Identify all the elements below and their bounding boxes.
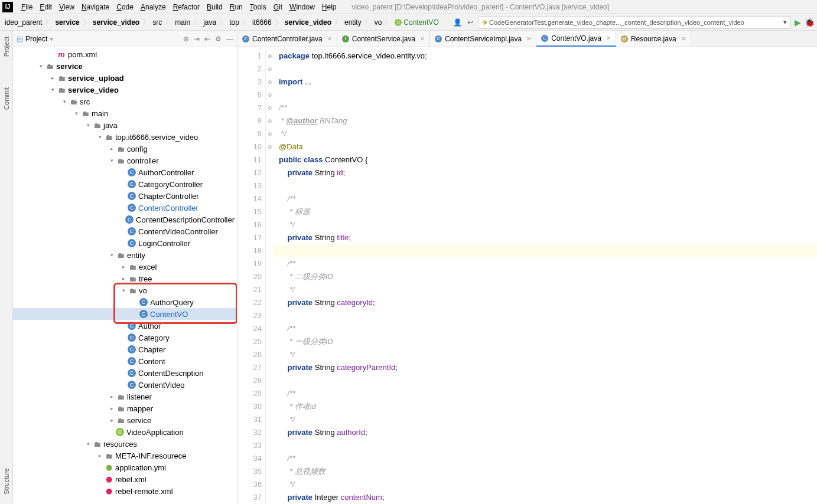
tree-item-src[interactable]: ▾🖿src bbox=[13, 96, 237, 107]
crumb-java[interactable]: java bbox=[201, 18, 219, 27]
collapse-icon[interactable]: ⇥ bbox=[194, 35, 200, 43]
tree-item-VideoApplication[interactable]: CVideoApplication bbox=[13, 426, 237, 438]
tree-item-LoginController[interactable]: CLoginController bbox=[13, 237, 237, 249]
menu-build[interactable]: Build bbox=[203, 3, 226, 11]
tree-item-vo[interactable]: ▾🖿vo bbox=[13, 284, 237, 296]
tree-item-Author[interactable]: CAuthor bbox=[13, 320, 237, 332]
crumb-top[interactable]: top bbox=[227, 18, 242, 27]
crumb-ideo_parent[interactable]: ideo_parent bbox=[2, 18, 44, 27]
tree-item-Content[interactable]: CContent bbox=[13, 355, 237, 367]
close-icon[interactable]: ✕ bbox=[681, 35, 686, 42]
tree-item-application.yml[interactable]: ⬣application.yml bbox=[13, 462, 237, 473]
close-icon[interactable]: ✕ bbox=[526, 35, 531, 42]
app-icon: IJ bbox=[2, 2, 13, 12]
tab-ContentVO.java[interactable]: CContentVO.java✕ bbox=[536, 31, 616, 47]
hide-icon[interactable]: — bbox=[226, 35, 233, 43]
tree-item-ChapterController[interactable]: CChapterController bbox=[13, 190, 237, 202]
locate-icon[interactable]: ⊕ bbox=[183, 35, 189, 43]
tree-item-service[interactable]: ▸🖿service bbox=[13, 414, 237, 426]
crumb-service_video[interactable]: service_video bbox=[90, 18, 142, 27]
crumb-ContentVO[interactable]: C ContentVO bbox=[392, 18, 441, 27]
crumb-service[interactable]: service bbox=[53, 18, 82, 27]
close-icon[interactable]: ✕ bbox=[327, 35, 332, 42]
menu-code[interactable]: Code bbox=[113, 3, 137, 11]
tree-item-ContentVideo[interactable]: CContentVideo bbox=[13, 379, 237, 391]
tree-item-pom.xml[interactable]: mpom.xml bbox=[13, 48, 237, 60]
tree-item-AuthorQuery[interactable]: CAuthorQuery bbox=[13, 296, 237, 308]
tab-Resource.java[interactable]: @Resource.java✕ bbox=[616, 31, 691, 47]
crumb-entity[interactable]: entity bbox=[342, 18, 364, 27]
crumb-service_video[interactable]: service_video bbox=[282, 18, 334, 27]
window-title: video_parent [D:\Develop\IdeaPro\video_p… bbox=[351, 3, 609, 11]
tree-item-CategoryController[interactable]: CCategoryController bbox=[13, 178, 237, 190]
tab-project[interactable]: Project bbox=[2, 33, 11, 60]
tree-item-rebel.xml[interactable]: ⬣rebel.xml bbox=[13, 473, 237, 485]
expand-icon[interactable]: ⇤ bbox=[204, 35, 210, 43]
folder-icon: ▤ bbox=[17, 35, 23, 43]
line-gutter: 1236789101112131415161718192021222324252… bbox=[237, 47, 266, 504]
code-editor[interactable]: package top.it6666.service_video.entity.… bbox=[274, 47, 817, 504]
close-icon[interactable]: ✕ bbox=[420, 35, 425, 42]
menu-edit[interactable]: Edit bbox=[36, 3, 56, 11]
tree-item-java[interactable]: ▾🖿java bbox=[13, 119, 237, 131]
crumb-vo[interactable]: vo bbox=[372, 18, 385, 27]
run-config-selector[interactable]: ⬗ CodeGeneratorTest.generate_video_chapt… bbox=[478, 16, 791, 29]
menu-git[interactable]: Git bbox=[270, 3, 286, 11]
tree-item-entity[interactable]: ▾🖿entity bbox=[13, 249, 237, 261]
tree-item-listener[interactable]: ▸🖿listener bbox=[13, 391, 237, 402]
tree-item-ContentDescriptionController[interactable]: CContentDescriptionController bbox=[13, 214, 237, 225]
run-config-label: CodeGeneratorTest.generate_video_chapte.… bbox=[489, 19, 744, 26]
menu-navigate[interactable]: Navigate bbox=[78, 3, 113, 11]
tab-structure[interactable]: Structure bbox=[2, 464, 11, 498]
tree-item-mapper[interactable]: ▸🖿mapper bbox=[13, 402, 237, 414]
crumb-src[interactable]: src bbox=[150, 18, 164, 27]
menu-tools[interactable]: Tools bbox=[246, 3, 270, 11]
tree-item-resources[interactable]: ▾🖿resources bbox=[13, 438, 237, 450]
crumb-sep: 〉 bbox=[385, 17, 392, 27]
tab-commit[interactable]: Commit bbox=[2, 84, 11, 113]
tree-item-ContentVideoController[interactable]: CContentVideoController bbox=[13, 225, 237, 237]
menu-window[interactable]: Window bbox=[286, 3, 318, 11]
menu-run[interactable]: Run bbox=[226, 3, 246, 11]
tree-item-controller[interactable]: ▾🖿controller bbox=[13, 155, 237, 166]
crumb-sep: 〉 bbox=[334, 17, 341, 27]
debug-icon[interactable]: 🐞 bbox=[805, 18, 815, 27]
back-icon[interactable]: ↩ bbox=[465, 17, 476, 28]
close-icon[interactable]: ✕ bbox=[606, 35, 611, 41]
crumb-sep: 〉 bbox=[45, 17, 52, 27]
tree-item-rebel-remote.xml[interactable]: ⬣rebel-remote.xml bbox=[13, 485, 237, 497]
menu-refactor[interactable]: Refactor bbox=[170, 3, 203, 11]
tree-item-main[interactable]: ▾🖿main bbox=[13, 107, 237, 119]
menu-help[interactable]: Help bbox=[318, 3, 340, 11]
tree-item-ContentController[interactable]: CContentController bbox=[13, 202, 237, 214]
tree-item-Category[interactable]: CCategory bbox=[13, 332, 237, 343]
menu-analyze[interactable]: Analyze bbox=[137, 3, 170, 11]
crumb-sep: 〉 bbox=[165, 17, 172, 27]
tree-item-tree[interactable]: ▸🖿tree bbox=[13, 273, 237, 284]
crumb-it6666[interactable]: it6666 bbox=[250, 18, 274, 27]
tab-ContentController.java[interactable]: CContentController.java✕ bbox=[237, 31, 337, 47]
crumb-sep: 〉 bbox=[275, 17, 282, 27]
left-tool-strip: Project Commit Structure bbox=[0, 31, 13, 504]
tree-item-top.it6666.service_video[interactable]: ▾🖿top.it6666.service_video bbox=[13, 131, 237, 143]
fold-gutter[interactable]: ⊕⊖⊖⊖⊖⊖⊖⊖ bbox=[266, 47, 274, 504]
tree-item-ContentVO[interactable]: CContentVO bbox=[13, 308, 237, 320]
tree-item-service_upload[interactable]: ▸🖿service_upload bbox=[13, 72, 237, 84]
tree-item-service_video[interactable]: ▾🖿service_video bbox=[13, 84, 237, 96]
tree-item-service[interactable]: ▾🖿service bbox=[13, 60, 237, 72]
tree-item-AuthorController[interactable]: CAuthorController bbox=[13, 166, 237, 178]
tab-ContentServiceImpl.java[interactable]: CContentServiceImpl.java✕ bbox=[430, 31, 536, 47]
tree-item-excel[interactable]: ▸🖿excel bbox=[13, 261, 237, 273]
run-icon[interactable]: ▶ bbox=[795, 18, 801, 27]
tree-item-config[interactable]: ▸🖿config bbox=[13, 143, 237, 155]
menu-view[interactable]: View bbox=[56, 3, 78, 11]
user-icon[interactable]: 👤 bbox=[452, 17, 463, 28]
tree-item-ContentDescription[interactable]: CContentDescription bbox=[13, 367, 237, 379]
tree-item-Chapter[interactable]: CChapter bbox=[13, 343, 237, 355]
project-tree[interactable]: mpom.xml▾🖿service▸🖿service_upload▾🖿servi… bbox=[13, 47, 237, 504]
tree-item-META-INF.resourece[interactable]: ▸🖿META-INF.resourece bbox=[13, 450, 237, 462]
tab-ContentService.java[interactable]: IContentService.java✕ bbox=[337, 31, 430, 47]
crumb-main[interactable]: main bbox=[172, 18, 193, 27]
menu-file[interactable]: File bbox=[18, 3, 36, 11]
settings-icon[interactable]: ⚙ bbox=[215, 35, 222, 43]
